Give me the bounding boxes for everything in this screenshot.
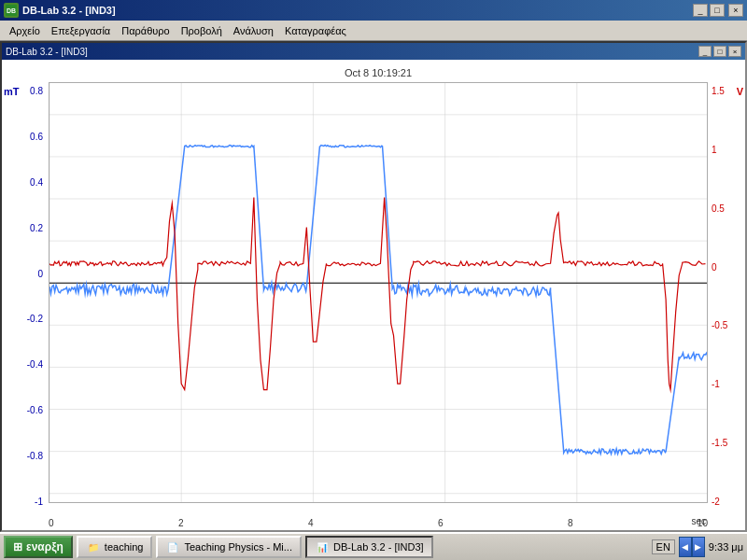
chart-area: [49, 82, 708, 503]
y-axis-right: 1.5 1 0.5 0 -0.5 -1 -1.5 -2: [708, 86, 745, 507]
mdi-restore[interactable]: □: [713, 46, 726, 57]
minimize-button[interactable]: _: [693, 4, 708, 17]
clock: 9:33 μμ: [709, 541, 743, 553]
menu-bar: Αρχείο Επεξεργασία Παράθυρο Προβολή Ανάλ…: [0, 21, 747, 41]
svg-text:DB: DB: [7, 7, 16, 14]
nav-arrows[interactable]: ◀ ▶: [679, 537, 705, 557]
mdi-title-bar: DB-Lab 3.2 - [IND3] _ □ ×: [2, 43, 745, 60]
taskbar-dblab-label: DB-Lab 3.2 - [IND3]: [333, 541, 424, 553]
start-button[interactable]: ⊞ εναρξη: [4, 536, 73, 558]
menu-analysis[interactable]: Ανάλυση: [228, 23, 279, 38]
menu-edit[interactable]: Επεξεργασία: [46, 23, 116, 38]
menu-view[interactable]: Προβολή: [176, 23, 228, 38]
menu-window[interactable]: Παράθυρο: [116, 23, 175, 38]
language-indicator[interactable]: EN: [652, 539, 675, 554]
chart-container: Oct 8 10:19:21 mT 0.8 0.6 0.4 0.2 0 -0.2…: [2, 60, 745, 530]
taskbar-right: EN ◀ ▶ 9:33 μμ: [652, 537, 743, 557]
maximize-button[interactable]: □: [710, 4, 725, 17]
mdi-title-buttons[interactable]: _ □ ×: [698, 46, 741, 57]
x-axis: 0 2 4 6 8 10: [49, 518, 708, 528]
taskbar-item-physics[interactable]: 📄 Teaching Physics - Mi...: [156, 536, 302, 558]
mdi-title-text: DB-Lab 3.2 - [IND3]: [6, 47, 88, 57]
title-bar: DB DB-Lab 3.2 - [IND3] _ □ ×: [0, 0, 747, 21]
title-bar-buttons[interactable]: _ □ ×: [693, 4, 743, 17]
taskbar-physics-label: Teaching Physics - Mi...: [184, 541, 292, 553]
menu-recorder[interactable]: Καταγραφέας: [279, 23, 352, 38]
main-chart-canvas: [49, 83, 708, 503]
doc-icon: 📄: [165, 539, 180, 554]
title-bar-left: DB DB-Lab 3.2 - [IND3]: [4, 3, 116, 18]
app-icon: DB: [4, 3, 19, 18]
folder-icon: 📁: [86, 539, 101, 554]
mdi-minimize[interactable]: _: [698, 46, 712, 57]
taskbar: ⊞ εναρξη 📁 teaching 📄 Teaching Physics -…: [0, 532, 747, 560]
nav-right-arrow[interactable]: ▶: [692, 537, 705, 557]
y-axis-left: 0.8 0.6 0.4 0.2 0 -0.2 -0.4 -0.6 -0.8 -1: [2, 86, 47, 507]
taskbar-item-dblab[interactable]: 📊 DB-Lab 3.2 - [IND3]: [305, 536, 433, 558]
close-button[interactable]: ×: [728, 4, 743, 17]
title-text: DB-Lab 3.2 - [IND3]: [22, 5, 116, 16]
start-label: εναρξη: [26, 540, 63, 553]
chart-icon: 📊: [315, 539, 330, 554]
taskbar-teaching-label: teaching: [105, 541, 144, 553]
mdi-window: DB-Lab 3.2 - [IND3] _ □ × Oct 8 10:19:21…: [2, 43, 745, 530]
menu-file[interactable]: Αρχείο: [4, 23, 46, 38]
chart-title: Oct 8 10:19:21: [49, 67, 708, 78]
start-icon: ⊞: [13, 540, 22, 553]
nav-left-arrow[interactable]: ◀: [679, 537, 692, 557]
mdi-close[interactable]: ×: [728, 46, 741, 57]
taskbar-item-teaching[interactable]: 📁 teaching: [77, 536, 153, 558]
main-window: DB-Lab 3.2 - [IND3] _ □ × Oct 8 10:19:21…: [0, 41, 747, 532]
